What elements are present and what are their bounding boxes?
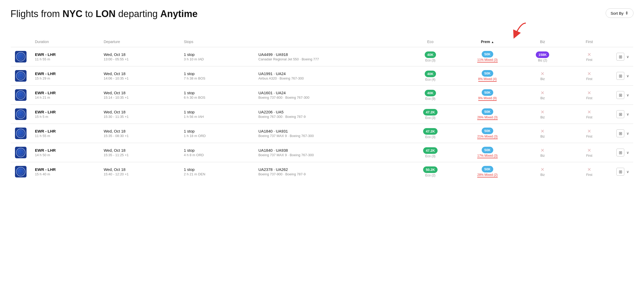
departure-date: Wed, Oct 18 (104, 167, 175, 172)
expand-plus-button[interactable]: ⊞ (616, 91, 624, 99)
biz-label: Biz (540, 135, 545, 138)
cell-departure: Wed, Oct 18 14:06 - 10:35 +1 (100, 66, 180, 86)
prem-mixed-label: 26% Mixed (3) (477, 116, 497, 120)
expand-plus-button[interactable]: ⊞ (616, 168, 624, 176)
stops-detail: 6 h 30 m BOS (184, 96, 250, 99)
eco-badge[interactable]: 40K (425, 51, 436, 58)
cell-flight: UA1991 · UA24 Airbus A320 · Boeing 767-3… (254, 66, 405, 86)
flight-number: UA1601 · UA24 (258, 91, 401, 95)
expand-chevron-button[interactable]: ∨ (626, 55, 629, 59)
first-unavailable-icon: ✕ (587, 167, 591, 172)
prem-badge[interactable]: 50K (482, 70, 493, 77)
first-label: First (586, 135, 592, 138)
cell-eco: 47.2K Eco (3) (404, 124, 456, 143)
cell-stops: 1 stop 1 h 56 m IAH (180, 105, 254, 124)
expand-plus-button[interactable]: ⊞ (616, 72, 624, 80)
expand-chevron-button[interactable]: ∨ (626, 74, 629, 78)
airline-logo-inner (16, 52, 25, 61)
stops-label: 1 stop (184, 52, 250, 57)
expand-chevron-button[interactable]: ∨ (626, 150, 629, 155)
expand-plus-button[interactable]: ⊞ (616, 149, 624, 156)
first-unavailable-icon: ✕ (587, 128, 591, 134)
stops-label: 1 stop (184, 167, 250, 172)
cell-flight: UA2378 · UA262 Boeing 737-900 · Boeing 7… (254, 162, 405, 181)
cell-departure: Wed, Oct 18 13:00 - 05:55 +1 (100, 47, 180, 66)
first-unavailable-icon: ✕ (587, 71, 591, 77)
first-unavailable-icon: ✕ (587, 109, 591, 115)
airline-logo (15, 70, 27, 82)
prem-badge[interactable]: 50K (482, 128, 493, 134)
prem-badge[interactable]: 50K (482, 89, 493, 96)
prem-badge[interactable]: 50K (482, 51, 493, 57)
cell-flight: UA1840 · UA938 Boeing 737 MAX 9 · Boeing… (254, 143, 405, 162)
biz-label: Biz (540, 96, 545, 100)
eco-label: Eco (9) (425, 97, 435, 101)
prem-mixed-label: 28% Mixed (2) (477, 173, 497, 177)
flight-aircraft: Boeing 767-300 · Boeing 787-9 (258, 115, 401, 119)
cell-flight: UA1840 · UA931 Boeing 737 MAX 9 · Boeing… (254, 124, 405, 143)
route-label: EWR - LHR (35, 52, 95, 57)
flight-number: UA1840 · UA931 (258, 129, 401, 133)
prem-badge[interactable]: 50K (482, 108, 493, 115)
sort-button-label: Sort By (611, 11, 624, 15)
cell-eco: 40K Eco (3) (404, 47, 456, 66)
first-label: First (586, 173, 592, 177)
eco-badge[interactable]: 40K (425, 90, 436, 96)
cell-biz: ✕Biz (519, 124, 566, 143)
expand-chevron-button[interactable]: ∨ (626, 170, 629, 174)
biz-label: Biz (540, 154, 545, 158)
eco-badge[interactable]: 47.2K (423, 109, 438, 116)
cell-eco: 50.2K Eco (2) (404, 162, 456, 181)
cell-departure: Wed, Oct 18 15:30 - 11:35 +1 (100, 105, 180, 124)
flight-aircraft: Boeing 737 MAX 9 · Boeing 767-300 (258, 153, 401, 157)
airline-logo-inner (16, 90, 25, 100)
prem-badge[interactable]: 50K (482, 166, 493, 172)
eco-badge[interactable]: 47.2K (423, 147, 438, 154)
page-title: Flights from NYC to LON departing Anytim… (11, 8, 198, 19)
table-row: EWR - LHR 14 h 50 m Wed, Oct 18 15:35 - … (11, 143, 633, 162)
biz-badge[interactable]: 158K (536, 51, 549, 58)
cell-biz: ✕Biz (519, 162, 566, 181)
biz-unavailable-icon: ✕ (541, 71, 544, 77)
cell-biz: ✕Biz (519, 143, 566, 162)
cell-route: EWR - LHR 11 h 55 m (31, 47, 100, 66)
cell-first: ✕ First (566, 162, 612, 181)
stops-label: 1 stop (184, 71, 250, 76)
stops-detail: 3 h 10 m IAD (184, 57, 250, 61)
cell-eco: 47.2K Eco (3) (404, 143, 456, 162)
airline-logo-inner (16, 129, 25, 138)
eco-badge[interactable]: 47.2K (423, 128, 438, 135)
cell-biz[interactable]: 158KBiz (2) (519, 47, 566, 66)
cell-stops: 1 stop 7 h 38 m BOS (180, 66, 254, 86)
expand-plus-button[interactable]: ⊞ (616, 53, 624, 61)
departure-time: 14:06 - 10:35 +1 (104, 76, 175, 80)
eco-badge[interactable]: 40K (425, 71, 436, 77)
table-row: EWR - LHR 15 h 29 m Wed, Oct 18 14:06 - … (11, 66, 633, 86)
cell-first: ✕ First (566, 66, 612, 86)
cell-flight: UA1601 · UA24 Boeing 737-800 · Boeing 76… (254, 86, 405, 105)
expand-plus-button[interactable]: ⊞ (616, 129, 624, 137)
stops-label: 1 stop (184, 129, 250, 133)
eco-badge[interactable]: 50.2K (423, 166, 438, 173)
cell-actions: ⊞ ∨ (612, 86, 633, 105)
route-duration: 11 h 55 m (35, 134, 95, 138)
prem-mixed-label: 17% Mixed (3) (477, 154, 497, 158)
departure-date: Wed, Oct 18 (104, 110, 175, 114)
cell-first: ✕ First (566, 105, 612, 124)
eco-label: Eco (3) (425, 135, 435, 139)
cell-first: ✕ First (566, 143, 612, 162)
prem-mixed-label: 21% Mixed (3) (477, 135, 497, 139)
cell-eco: 47.2K Eco (3) (404, 105, 456, 124)
airline-logo-inner (16, 148, 25, 157)
sort-button[interactable]: Sort By ⇕ (606, 8, 633, 18)
departure-date: Wed, Oct 18 (104, 71, 175, 76)
expand-chevron-button[interactable]: ∨ (626, 112, 629, 116)
expand-plus-button[interactable]: ⊞ (616, 110, 624, 118)
expand-chevron-button[interactable]: ∨ (626, 131, 629, 135)
cell-eco: 40K Eco (4) (404, 66, 456, 86)
prem-badge[interactable]: 50K (482, 147, 493, 153)
route-duration: 11 h 55 m (35, 57, 95, 61)
expand-chevron-button[interactable]: ∨ (626, 93, 629, 97)
biz-label: Biz (2) (538, 59, 547, 62)
cell-stops: 1 stop 2 h 21 m DEN (180, 162, 254, 181)
